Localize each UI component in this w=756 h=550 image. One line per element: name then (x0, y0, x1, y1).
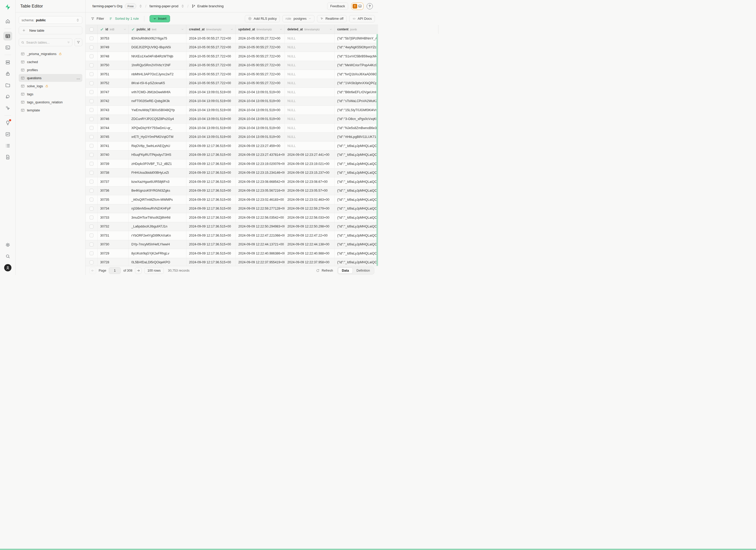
cell-deleted_at[interactable]: 2024-09-09 12:23:15.237+00 (285, 169, 335, 177)
vertical-scrollbar[interactable] (376, 34, 378, 266)
cell-content[interactable]: {"id":"15LSIyT0JGMf3Kl4Vn (335, 106, 378, 115)
cell-created_at[interactable]: 2024-09-09 12:17:36.515+00 (186, 204, 236, 213)
cell-id[interactable]: 30734 (98, 204, 129, 213)
cell-id[interactable]: 30731 (98, 231, 129, 240)
cell-content[interactable]: {"id":"_Id9aLyJpMHQLaiQC (335, 195, 378, 204)
row-checkbox[interactable] (90, 225, 93, 229)
cell-public_id[interactable]: H5uqFKpRUTPkjxdysT3HS (129, 151, 186, 159)
cell-id[interactable]: 30738 (98, 169, 129, 177)
cell-public_id[interactable]: FHHUioa3bidd00BHyLeZt (129, 169, 186, 177)
page-number-input[interactable] (109, 267, 121, 274)
cell-id[interactable]: 30736 (98, 186, 129, 195)
cell-updated_at[interactable]: 2024-09-09 12:22:44.13721+00 (236, 240, 285, 249)
cell-public_id[interactable]: rYbORF2e4YgDt9fKAXaKn (129, 231, 186, 240)
column-menu-icon[interactable] (329, 28, 332, 31)
cell-deleted_at[interactable]: NULL (285, 124, 335, 132)
cell-deleted_at[interactable]: 2024-09-09 12:23:27.441+00 (285, 151, 335, 159)
cell-deleted_at[interactable]: 2024-09-09 12:22:37.958+00 (285, 258, 335, 266)
cell-public_id[interactable]: _La6pddxcKJIbgufATJ1n (129, 222, 186, 231)
row-checkbox[interactable] (90, 180, 93, 184)
column-header-content[interactable]: contentjsonb (335, 25, 378, 34)
cell-created_at[interactable]: 2024-09-09 12:17:36.515+00 (186, 159, 236, 168)
row-checkbox[interactable] (90, 153, 93, 157)
row-checkbox[interactable] (90, 243, 93, 246)
cell-deleted_at[interactable]: NULL (285, 88, 335, 97)
cell-created_at[interactable]: 2024-10-04 13:09:01.519+00 (186, 115, 236, 124)
storage-icon[interactable] (3, 81, 12, 90)
cell-updated_at[interactable]: 2024-10-04 13:09:01.519+00 (236, 124, 285, 132)
new-table-button[interactable]: New table (19, 26, 82, 34)
cell-public_id[interactable]: ZDCunRYJP2CQ5Z8Po2Gy4 (129, 115, 186, 124)
cell-updated_at[interactable]: 2024-10-05 00:55:27.722+00 (236, 34, 285, 43)
cell-public_id[interactable]: vrlh7CMD-JtM1bOweMHfA (129, 88, 186, 97)
add-rls-policy-button[interactable]: Add RLS policy (245, 15, 280, 22)
cell-created_at[interactable]: 2024-09-09 12:17:36.515+00 (186, 169, 236, 177)
row-checkbox[interactable] (90, 45, 93, 49)
row-checkbox[interactable] (90, 171, 93, 175)
column-header-created_at[interactable]: created_attimestamptz (186, 25, 236, 34)
sidebar-item-tags_questions_relation[interactable]: tags_questions_relation (19, 98, 82, 106)
cell-public_id[interactable]: Be4KignzoK9YRGNI3Zgks (129, 186, 186, 195)
cell-updated_at[interactable]: 2024-10-05 00:55:27.722+00 (236, 61, 285, 70)
cell-created_at[interactable]: 2024-10-05 00:55:27.722+00 (186, 61, 236, 70)
insert-button[interactable]: Insert (150, 15, 170, 22)
column-header-deleted_at[interactable]: deleted_attimestamptz (285, 25, 335, 34)
sidebar-item-template[interactable]: template (19, 106, 82, 114)
sidebar-filter-button[interactable] (75, 38, 82, 46)
help-button[interactable]: ? (367, 3, 373, 9)
cell-id[interactable]: 30729 (98, 249, 129, 258)
cell-created_at[interactable]: 2024-09-09 12:17:36.515+00 (186, 177, 236, 186)
row-checkbox[interactable] (90, 72, 93, 76)
tab-definition[interactable]: Definition (353, 267, 374, 274)
cell-content[interactable]: {"id":"_Id9aLyJpMHQLaiQC (335, 249, 378, 258)
cell-public_id[interactable]: XPQwDIqY6Y75SwDnU-qr_ (129, 124, 186, 132)
cell-content[interactable]: {"id":"B6tr6eEFLrOVgeUmH (335, 88, 378, 97)
cell-id[interactable]: 30747 (98, 88, 129, 97)
sort-button[interactable]: Sorted by 1 rule (109, 17, 139, 21)
cell-content[interactable]: {"id":"_Id9aLyJpMHQLaiQC (335, 240, 378, 249)
cell-created_at[interactable]: 2024-09-09 12:17:36.515+00 (186, 249, 236, 258)
tab-data[interactable]: Data (338, 267, 353, 274)
cell-content[interactable]: {"id":"MeWCriorTPopA4Kc9 (335, 61, 378, 70)
cell-public_id[interactable]: 8yUKotr9qGYjK2eFRhgLv (129, 249, 186, 258)
cell-updated_at[interactable]: 2024-10-04 13:09:01.519+00 (236, 115, 285, 124)
cell-content[interactable]: {"id":"S1vrVC5BrB59wqcM4 (335, 52, 378, 61)
sidebar-item-tags[interactable]: tags (19, 90, 82, 98)
cell-public_id[interactable]: 8KraI-tSI-6-pSZcknaK5 (129, 79, 186, 88)
cell-deleted_at[interactable]: NULL (285, 106, 335, 115)
row-checkbox[interactable] (90, 126, 93, 130)
cell-content[interactable]: {"id":"_Id9aLyJpMHQLaiQC (335, 151, 378, 159)
cell-deleted_at[interactable]: NULL (285, 79, 335, 88)
cell-content[interactable]: {"id":"_Id9aLyJpMHQLaiQC (335, 186, 378, 195)
cell-id[interactable]: 30737 (98, 177, 129, 186)
row-checkbox[interactable] (90, 90, 93, 94)
cell-content[interactable]: {"id":"_Id9aLyJpMHQLaiQC (335, 159, 378, 168)
row-checkbox[interactable] (90, 36, 93, 40)
cell-content[interactable]: {"id":"_Id9aLyJpMHQLaiQC (335, 213, 378, 222)
cell-updated_at[interactable]: 2024-09-09 12:23:15.234146+00 (236, 169, 285, 177)
api-docs-icon[interactable] (3, 153, 12, 162)
cell-created_at[interactable]: 2024-10-04 13:09:01.519+00 (186, 97, 236, 106)
breadcrumb-org[interactable]: farming-paper's Org (92, 4, 122, 8)
api-docs-button[interactable]: API Docs (349, 15, 375, 22)
cell-content[interactable]: {"id":"sTsWaLCPsVA2WuK2 (335, 97, 378, 106)
cell-public_id[interactable]: YwEmuWdqT38XoSB048QYp (129, 106, 186, 115)
cell-created_at[interactable]: 2024-09-09 12:17:36.515+00 (186, 231, 236, 240)
cell-content[interactable]: {"id":"_Id9aLyJpMHQLaiQC (335, 222, 378, 231)
cell-updated_at[interactable]: 2024-09-09 12:22:56.03542+00 (236, 213, 285, 222)
cell-updated_at[interactable]: 2024-09-09 12:22:47.221066+00 (236, 231, 285, 240)
select-all-checkbox[interactable] (90, 28, 93, 31)
cell-updated_at[interactable]: 2024-10-04 13:09:01.519+00 (236, 106, 285, 115)
row-checkbox[interactable] (90, 108, 93, 112)
settings-icon[interactable] (3, 240, 12, 249)
cell-created_at[interactable]: 2024-09-09 12:17:36.515+00 (186, 142, 236, 150)
cell-created_at[interactable]: 2024-09-09 12:17:36.515+00 (186, 240, 236, 249)
cell-public_id[interactable]: 0L5BAfDaLDl5rQOiqeKPO (129, 258, 186, 266)
cell-created_at[interactable]: 2024-09-09 12:17:36.515+00 (186, 186, 236, 195)
table-editor-icon[interactable] (3, 32, 12, 41)
cell-public_id[interactable]: 1hnRQjxSRm2V0VticY2NF (129, 61, 186, 70)
cell-public_id[interactable]: RiqOV6p_5wihLeIAEQyhU (129, 142, 186, 150)
row-checkbox[interactable] (90, 189, 93, 193)
schema-select[interactable]: schema: public (19, 16, 82, 24)
cell-id[interactable]: 30749 (98, 43, 129, 52)
